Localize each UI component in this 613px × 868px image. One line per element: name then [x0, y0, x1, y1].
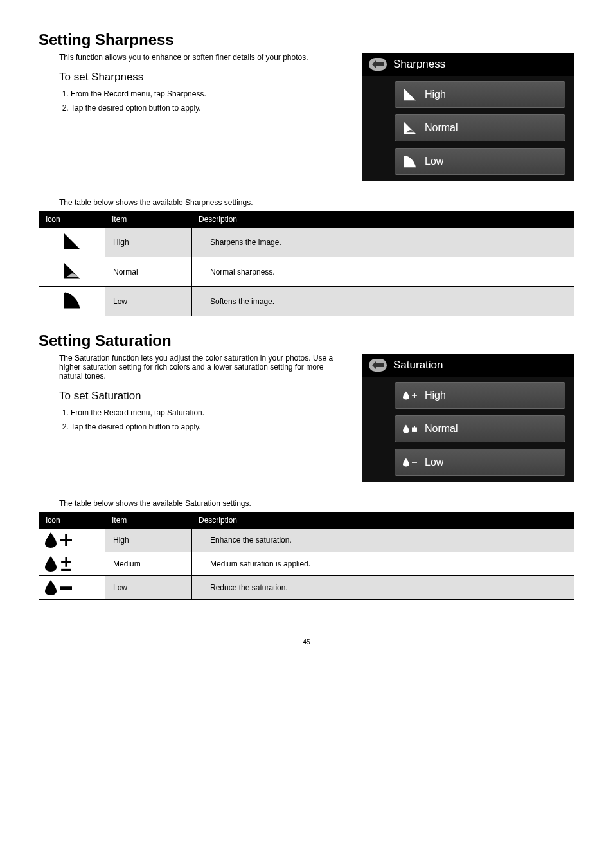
th-item: Item	[105, 212, 192, 228]
svg-rect-2	[412, 430, 417, 431]
saturation-table-intro: The table below shows the available Satu…	[59, 499, 574, 508]
sharpness-steps: From the Record menu, tap Sharpness. Tap…	[59, 87, 347, 115]
sharpness-option-normal[interactable]: Normal	[395, 114, 565, 141]
back-icon[interactable]	[369, 58, 387, 71]
saturation-low-icon	[403, 455, 417, 469]
saturation-option-low[interactable]: Low	[395, 449, 565, 476]
saturation-panel: Saturation High Normal	[362, 354, 574, 482]
item-name: High	[105, 228, 192, 257]
sharpness-subtitle: To set Sharpness	[59, 71, 347, 84]
saturation-high-icon	[403, 388, 417, 402]
sharpness-high-icon	[403, 87, 417, 102]
option-label: Low	[425, 156, 443, 167]
sharpness-icon-low	[39, 287, 105, 316]
th-item: Item	[105, 512, 192, 529]
panel-title: Sharpness	[393, 58, 445, 71]
option-label: Normal	[425, 122, 458, 134]
item-name: Low	[105, 576, 192, 600]
item-description: Sharpens the image.	[192, 228, 574, 257]
page-number: 45	[39, 638, 574, 646]
table-row: High Sharpens the image.	[39, 228, 574, 257]
item-description: Softens the image.	[192, 287, 574, 316]
sharpness-table-intro: The table below shows the available Shar…	[59, 198, 574, 207]
saturation-icon-low	[39, 576, 105, 600]
option-label: High	[425, 89, 446, 100]
sharpness-option-low[interactable]: Low	[395, 148, 565, 175]
sharpness-icon-normal	[39, 257, 105, 287]
back-icon[interactable]	[369, 359, 387, 372]
th-icon: Icon	[39, 512, 105, 529]
option-label: Normal	[425, 423, 458, 435]
saturation-option-high[interactable]: High	[395, 382, 565, 409]
item-name: Normal	[105, 257, 192, 287]
table-row: Normal Normal sharpness.	[39, 257, 574, 287]
option-label: Low	[425, 457, 443, 468]
saturation-intro: The Saturation function lets you adjust …	[59, 354, 347, 381]
svg-rect-5	[60, 586, 72, 590]
th-description: Description	[192, 212, 574, 228]
sharpness-icon-high	[39, 228, 105, 257]
table-row: Low Softens the image.	[39, 287, 574, 316]
th-icon: Icon	[39, 212, 105, 228]
sharpness-low-icon	[403, 154, 417, 168]
sharpness-option-high[interactable]: High	[395, 81, 565, 108]
svg-rect-4	[61, 569, 71, 571]
item-name: Low	[105, 287, 192, 316]
item-name: Medium	[105, 552, 192, 576]
saturation-subtitle: To set Saturation	[59, 390, 347, 402]
saturation-steps: From the Record menu, tap Saturation. Ta…	[59, 406, 347, 434]
saturation-step: Tap the desired option button to apply.	[71, 420, 347, 433]
sharpness-table: Icon Item Description High Sharpens the …	[39, 211, 574, 316]
item-name: High	[105, 529, 192, 552]
saturation-table: Icon Item Description High Enhance the s…	[39, 512, 574, 600]
saturation-icon-high	[39, 529, 105, 552]
svg-rect-0	[412, 431, 417, 432]
panel-header: Saturation	[362, 354, 574, 377]
svg-rect-3	[412, 462, 417, 463]
item-description: Reduce the saturation.	[192, 576, 574, 600]
saturation-heading: Setting Saturation	[39, 332, 574, 350]
item-description: Enhance the saturation.	[192, 529, 574, 552]
sharpness-step: Tap the desired option button to apply.	[71, 102, 347, 114]
table-row: Low Reduce the saturation.	[39, 576, 574, 600]
table-row: Medium Medium saturation is applied.	[39, 552, 574, 576]
panel-header: Sharpness	[362, 53, 574, 76]
sharpness-normal-icon	[403, 121, 417, 135]
sharpness-heading: Setting Sharpness	[39, 31, 574, 49]
item-description: Medium saturation is applied.	[192, 552, 574, 576]
saturation-option-normal[interactable]: Normal	[395, 415, 565, 442]
th-description: Description	[192, 512, 574, 529]
sharpness-intro: This function allows you to enhance or s…	[59, 53, 347, 62]
table-row: High Enhance the saturation.	[39, 529, 574, 552]
item-description: Normal sharpness.	[192, 257, 574, 287]
sharpness-panel: Sharpness High Normal	[362, 53, 574, 181]
sharpness-step: From the Record menu, tap Sharpness.	[71, 87, 347, 100]
panel-title: Saturation	[393, 359, 443, 372]
saturation-step: From the Record menu, tap Saturation.	[71, 406, 347, 419]
option-label: High	[425, 390, 446, 401]
saturation-normal-icon	[403, 422, 417, 436]
saturation-icon-medium	[39, 552, 105, 576]
